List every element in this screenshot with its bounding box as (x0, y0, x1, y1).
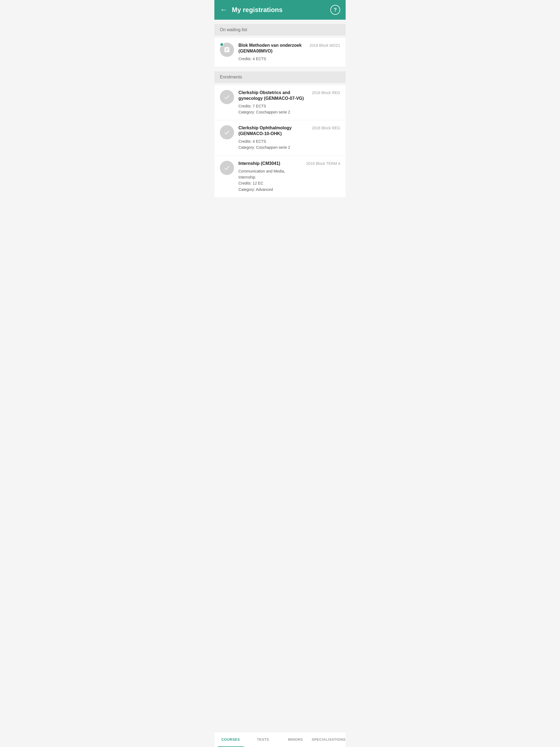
course-icon-2 (220, 125, 234, 139)
help-button[interactable]: ? (330, 5, 340, 15)
course-credits-2: Credits: 4 ECTS (238, 138, 309, 145)
status-dot-waiting (220, 43, 224, 47)
course-item-enrolment-3[interactable]: Internship (CM3041) Communication and Me… (214, 156, 346, 198)
nav-item-tests[interactable]: TESTS (247, 732, 279, 747)
nav-label-minors: MINORS (288, 738, 303, 742)
course-period-3: 2018 Block TERM 4 (306, 161, 340, 166)
course-item-enrolment-1[interactable]: Clerkship Obstetrics and gynecology (GEN… (214, 85, 346, 120)
nav-label-specialisations: SPECIALISATIONS (312, 738, 346, 742)
course-title: Blok Methoden van onderzoek (GENMA08MVO) (238, 43, 306, 54)
course-period-2: 2018 Block REG (312, 125, 340, 130)
course-title-2: Clerkship Ophthalmology (GENMACO-10-OHK) (238, 125, 309, 137)
nav-label-tests: TESTS (257, 738, 269, 742)
course-period-1: 2018 Block REG (312, 90, 340, 95)
nav-item-specialisations[interactable]: SPECIALISATIONS (312, 732, 346, 747)
course-title-1: Clerkship Obstetrics and gynecology (GEN… (238, 90, 309, 101)
course-item-waiting-1[interactable]: Blok Methoden van onderzoek (GENMA08MVO)… (214, 38, 346, 67)
course-info: Blok Methoden van onderzoek (GENMA08MVO)… (238, 43, 306, 62)
course-category-2: Category: Coschappen serie 2 (238, 145, 309, 150)
course-info-2: Clerkship Ophthalmology (GENMACO-10-OHK)… (238, 125, 309, 150)
course-subtitle-3: Communication and Media, Internship (238, 168, 303, 180)
section-header-waiting: On waiting list (214, 24, 346, 35)
course-info-1: Clerkship Obstetrics and gynecology (GEN… (238, 90, 309, 115)
nav-label-courses: COURSES (221, 738, 240, 742)
course-title-3: Internship (CM3041) (238, 161, 303, 166)
course-category-1: Category: Coschappen serie 2 (238, 109, 309, 115)
course-credits-3: Credits: 12 EC (238, 180, 303, 186)
course-icon-wrapper (220, 43, 234, 57)
course-icon-wrapper-3 (220, 161, 234, 175)
section-header-enrolments: Enrolments (214, 71, 346, 83)
course-credits: Credits: 4 ECTS (238, 56, 306, 62)
course-credits-1: Credits: 7 ECTS (238, 103, 309, 109)
course-icon-wrapper-2 (220, 125, 234, 139)
nav-item-courses[interactable]: COURSES (214, 732, 247, 747)
course-category-3: Category: Advanced (238, 186, 303, 192)
course-item-enrolment-2[interactable]: Clerkship Ophthalmology (GENMACO-10-OHK)… (214, 120, 346, 156)
course-period: 2019 Block MOZ1 (309, 43, 340, 48)
nav-item-minors[interactable]: MINORS (279, 732, 312, 747)
course-icon-wrapper-1 (220, 90, 234, 104)
course-icon-1 (220, 90, 234, 104)
page-title: My registrations (232, 6, 330, 14)
back-button[interactable]: ← (220, 5, 228, 14)
bottom-navigation: COURSES TESTS MINORS SPECIALISATIONS (214, 732, 346, 747)
app-header: ← My registrations ? (214, 0, 346, 20)
course-icon-3 (220, 161, 234, 175)
course-info-3: Internship (CM3041) Communication and Me… (238, 161, 303, 192)
content-area: On waiting list Blok Methoden van onderz… (214, 20, 346, 747)
